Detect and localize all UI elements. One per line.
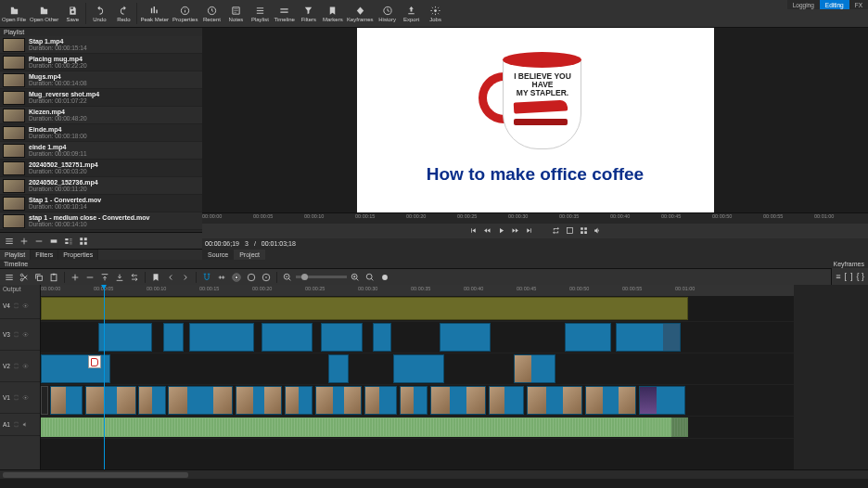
- playlist-item[interactable]: einde 1.mp4Duration: 00:00:09:11: [0, 142, 202, 160]
- tl-prev-marker-button[interactable]: [164, 271, 177, 284]
- pl-menu-button[interactable]: [3, 235, 15, 247]
- history-button[interactable]: History: [376, 0, 400, 27]
- pl-tab-filters[interactable]: Filters: [31, 250, 58, 260]
- audio-clip[interactable]: [41, 417, 671, 437]
- kf-in-icon[interactable]: [: [844, 272, 847, 281]
- timeline-button[interactable]: Timeline: [272, 0, 296, 27]
- tab-source[interactable]: Source: [202, 250, 234, 260]
- peak-meter-button[interactable]: Peak Meter: [138, 0, 171, 27]
- track-head-a1[interactable]: A1: [0, 414, 40, 436]
- kf-set-icon[interactable]: { }: [856, 272, 864, 281]
- tl-record-button[interactable]: [378, 271, 391, 284]
- open-other-button[interactable]: Open Other: [28, 0, 60, 27]
- clip[interactable]: [168, 386, 233, 415]
- clip[interactable]: [639, 386, 685, 415]
- forward-button[interactable]: [511, 226, 519, 237]
- clip[interactable]: [98, 323, 152, 352]
- clip[interactable]: [321, 323, 363, 352]
- tab-logging[interactable]: Logging: [787, 0, 820, 9]
- tl-scrub-button[interactable]: [215, 271, 228, 284]
- clip-title[interactable]: [41, 354, 110, 383]
- loop-button[interactable]: [552, 226, 560, 237]
- keyframes-button[interactable]: Keyframes: [345, 0, 376, 27]
- track-v3[interactable]: [41, 322, 794, 353]
- tl-lift-button[interactable]: [98, 271, 111, 284]
- track-head-v3[interactable]: V3: [0, 319, 40, 351]
- track-head-v4[interactable]: V4: [0, 293, 40, 319]
- tl-menu-button[interactable]: [3, 271, 16, 284]
- clip[interactable]: [489, 386, 524, 415]
- tl-cut-button[interactable]: [18, 271, 31, 284]
- playlist-item[interactable]: stap 1 - medium close - Converted.movDur…: [0, 212, 202, 230]
- tl-ripple-all-button[interactable]: [245, 271, 258, 284]
- clip[interactable]: [527, 386, 582, 415]
- tl-marker-button[interactable]: [149, 271, 162, 284]
- play-button[interactable]: [497, 226, 505, 237]
- tab-fx[interactable]: FX: [849, 0, 868, 9]
- rewind-button[interactable]: [483, 226, 491, 237]
- track-v2[interactable]: [41, 353, 794, 385]
- clip[interactable]: [364, 386, 397, 415]
- save-button[interactable]: Save: [60, 0, 84, 27]
- tl-copy-button[interactable]: [32, 271, 45, 284]
- audio-clip[interactable]: [644, 417, 688, 437]
- playlist-item[interactable]: Stap 1 - Converted.movDuration: 00:00:10…: [0, 195, 202, 212]
- tl-zoom-slider[interactable]: [296, 276, 347, 278]
- tl-overwrite-button[interactable]: [113, 271, 126, 284]
- playlist-item[interactable]: Kiezen.mp4Duration: 00:00:48:20: [0, 107, 202, 124]
- properties-button[interactable]: Properties: [171, 0, 199, 27]
- pl-detail-button[interactable]: [62, 235, 74, 247]
- current-timecode[interactable]: 00:00:06;19: [205, 240, 239, 247]
- clip[interactable]: [400, 386, 428, 415]
- playhead[interactable]: [104, 285, 105, 469]
- markers-button[interactable]: Markers: [321, 0, 345, 27]
- clip[interactable]: [585, 386, 636, 415]
- playlist-item[interactable]: 20240502_152736.mp4Duration: 00:00:11:20: [0, 177, 202, 195]
- grid-button[interactable]: [580, 226, 588, 237]
- clip[interactable]: [373, 323, 391, 352]
- playlist-button[interactable]: Playlist: [248, 0, 272, 27]
- clip[interactable]: [440, 323, 491, 352]
- track-head-v2[interactable]: V2: [0, 351, 40, 382]
- tl-ripple-markers-button[interactable]: [260, 271, 273, 284]
- clip[interactable]: [85, 386, 136, 415]
- tl-zoom-in-button[interactable]: [349, 271, 362, 284]
- track-a1[interactable]: [41, 417, 794, 439]
- filters-button[interactable]: Filters: [297, 0, 321, 27]
- jobs-button[interactable]: Jobs: [424, 0, 448, 27]
- zoom-button[interactable]: [566, 226, 574, 237]
- tab-editing[interactable]: Editing: [820, 0, 849, 9]
- pl-tab-properties[interactable]: Properties: [58, 250, 98, 260]
- playlist-item[interactable]: Mug_reverse shot.mp4Duration: 00:01:07:2…: [0, 89, 202, 107]
- skip-next-button[interactable]: [525, 226, 533, 237]
- pl-remove-button[interactable]: [32, 235, 45, 247]
- skip-prev-button[interactable]: [469, 226, 478, 237]
- clip[interactable]: [236, 386, 282, 415]
- timeline-ruler[interactable]: 00:00:0000:00:0500:00:1000:00:1500:00:20…: [41, 285, 794, 296]
- track-v1[interactable]: [41, 385, 794, 417]
- playlist-item[interactable]: Einde.mp4Duration: 00:00:18:00: [0, 124, 202, 142]
- preview-ruler[interactable]: 00:00:0000:00:0500:00:1000:00:1500:00:20…: [202, 212, 868, 224]
- tl-zoom-fit-button[interactable]: [364, 271, 377, 284]
- clip[interactable]: [285, 386, 313, 415]
- track-v4[interactable]: [41, 296, 794, 322]
- clip[interactable]: [565, 323, 611, 352]
- clip[interactable]: [393, 354, 444, 383]
- tl-snap-button[interactable]: [200, 271, 213, 284]
- pl-clip-button[interactable]: [47, 235, 59, 247]
- open-file-button[interactable]: Open File: [0, 0, 28, 27]
- volume-button[interactable]: [594, 226, 602, 237]
- kf-out-icon[interactable]: ]: [850, 272, 853, 281]
- clip[interactable]: [163, 323, 184, 352]
- clip[interactable]: [262, 323, 313, 352]
- tl-remove-button[interactable]: [83, 271, 96, 284]
- pl-add-button[interactable]: [18, 235, 30, 247]
- clip[interactable]: [430, 386, 486, 415]
- pl-tab-playlist[interactable]: Playlist: [0, 250, 31, 260]
- playlist-item[interactable]: 20240502_152751.mp4Duration: 00:00:03:20: [0, 160, 202, 177]
- clip[interactable]: [315, 386, 362, 415]
- clip[interactable]: [328, 354, 349, 383]
- pl-tiles-button[interactable]: [77, 235, 89, 247]
- tl-zoom-out-button[interactable]: [281, 271, 294, 284]
- clip[interactable]: [138, 386, 166, 415]
